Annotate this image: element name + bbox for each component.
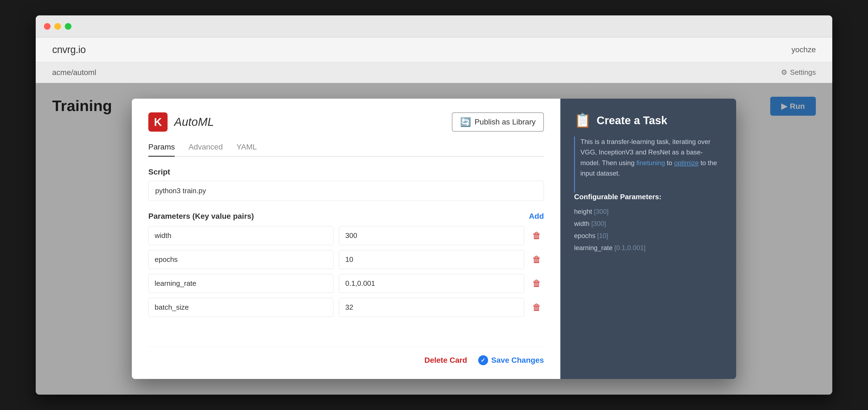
modal-overlay: K AutoML 🔄 Publish as Library Param (36, 83, 832, 394)
form-section: Script Parameters (Key value pairs) Add … (148, 168, 544, 341)
save-label: Save Changes (491, 356, 544, 365)
config-param-learning-rate: learning_rate [0.1,0.001] (574, 244, 722, 252)
config-param-width-name: width (574, 220, 591, 227)
delete-card-button[interactable]: Delete Card (424, 356, 467, 365)
param-val-batch-size[interactable] (339, 298, 524, 317)
params-header: Parameters (Key value pairs) Add (148, 212, 544, 221)
config-param-width-default: [300] (591, 220, 606, 227)
desc-text-2: to (665, 159, 674, 167)
config-param-lr-default: [0.1,0.001] (615, 244, 646, 252)
param-key-batch-size[interactable] (148, 298, 334, 317)
sub-header: acme/automl ⚙ Settings (36, 62, 832, 83)
publish-label: Publish as Library (474, 118, 536, 126)
modal-app-name: AutoML (174, 115, 214, 128)
param-row-epochs: 🗑 (148, 250, 544, 269)
script-input[interactable] (148, 181, 544, 201)
param-key-learning-rate[interactable] (148, 274, 334, 293)
app-area: cnvrg.io yochze acme/automl ⚙ Settings T… (36, 37, 832, 394)
param-row-learning-rate: 🗑 (148, 274, 544, 293)
delete-batch-size-button[interactable]: 🗑 (530, 302, 544, 313)
maximize-button[interactable] (65, 23, 71, 30)
configurable-title: Configurable Parameters: (574, 193, 722, 201)
config-param-height-name: height (574, 208, 594, 215)
tab-yaml[interactable]: YAML (237, 143, 257, 157)
app-window: cnvrg.io yochze acme/automl ⚙ Settings T… (36, 16, 832, 394)
params-label: Parameters (Key value pairs) (148, 212, 254, 221)
modal-header: K AutoML 🔄 Publish as Library (148, 112, 544, 131)
add-param-button[interactable]: Add (529, 212, 544, 221)
main-content: Training ▶ Run K (36, 83, 832, 394)
save-icon: ✓ (478, 355, 488, 365)
settings-link[interactable]: ⚙ Settings (781, 68, 816, 77)
delete-learning-rate-button[interactable]: 🗑 (530, 279, 544, 289)
config-param-epochs: epochs [10] (574, 232, 722, 240)
gear-icon: ⚙ (781, 68, 787, 77)
publish-library-button[interactable]: 🔄 Publish as Library (452, 112, 544, 131)
modal-logo-icon: K (148, 112, 167, 131)
param-row-batch-size: 🗑 (148, 298, 544, 317)
create-task-header: 📋 Create a Task (574, 112, 722, 128)
modal-left-panel: K AutoML 🔄 Publish as Library Param (132, 99, 560, 379)
config-param-height: height [300] (574, 208, 722, 215)
breadcrumb: acme/automl (52, 68, 96, 77)
close-button[interactable] (44, 23, 51, 30)
param-val-epochs[interactable] (339, 250, 524, 269)
config-param-width: width [300] (574, 220, 722, 228)
tab-params[interactable]: Params (148, 143, 175, 157)
save-changes-button[interactable]: ✓ Save Changes (478, 355, 544, 365)
config-param-epochs-name: epochs (574, 232, 597, 239)
task-description: This is a transfer-learning task, iterat… (580, 137, 722, 179)
traffic-lights (44, 23, 71, 30)
title-bar (36, 16, 832, 37)
modal-tabs: Params Advanced YAML (148, 143, 544, 157)
finetuning-link[interactable]: finetuning (637, 159, 665, 167)
param-val-width[interactable] (339, 226, 524, 245)
modal-container: K AutoML 🔄 Publish as Library Param (132, 99, 736, 379)
app-logo: cnvrg.io (52, 44, 86, 56)
script-label: Script (148, 168, 544, 176)
create-task-title: Create a Task (597, 114, 667, 127)
task-icon: 📋 (574, 112, 591, 128)
param-row-width: 🗑 (148, 226, 544, 245)
modal-title-area: K AutoML (148, 112, 214, 131)
delete-epochs-button[interactable]: 🗑 (530, 255, 544, 265)
description-block: This is a transfer-learning task, iterat… (574, 137, 722, 193)
publish-icon: 🔄 (460, 117, 471, 127)
modal-footer: Delete Card ✓ Save Changes (148, 347, 544, 365)
param-key-epochs[interactable] (148, 250, 334, 269)
minimize-button[interactable] (54, 23, 61, 30)
param-val-learning-rate[interactable] (339, 274, 524, 293)
settings-label: Settings (790, 68, 816, 77)
config-param-lr-name: learning_rate (574, 244, 615, 252)
optimize-link[interactable]: optimize (674, 159, 699, 167)
config-param-height-default: [300] (594, 208, 609, 215)
app-header: cnvrg.io yochze (36, 37, 832, 62)
config-param-epochs-default: [10] (597, 232, 608, 239)
modal-right-panel: 📋 Create a Task This is a transfer-learn… (560, 99, 736, 379)
param-key-width[interactable] (148, 226, 334, 245)
app-user: yochze (792, 45, 816, 54)
delete-width-button[interactable]: 🗑 (530, 231, 544, 241)
tab-advanced[interactable]: Advanced (188, 143, 223, 157)
